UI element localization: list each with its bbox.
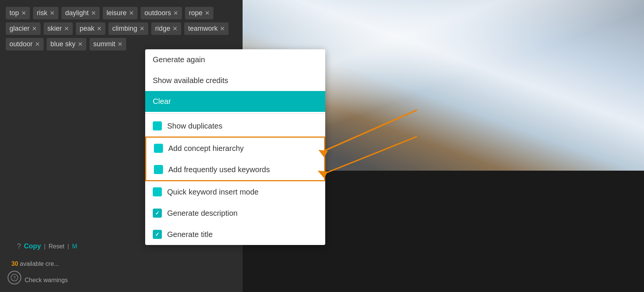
tag-teamwork-remove[interactable]: ✕ <box>220 25 225 32</box>
menu-item-generate-description[interactable]: Generate description <box>145 203 325 224</box>
tag-top-remove[interactable]: ✕ <box>21 9 26 17</box>
credits-line: 30 available cre... <box>11 261 59 267</box>
menu-item-show-credits[interactable]: Show available credits <box>145 70 325 91</box>
tag-peak-remove[interactable]: ✕ <box>97 25 102 32</box>
tag-blue-sky-label: blue sky <box>50 40 75 48</box>
tag-peak[interactable]: peak ✕ <box>76 22 105 35</box>
menu-item-clear[interactable]: Clear <box>145 91 325 112</box>
menu-divider-1 <box>145 113 325 114</box>
tags-container: top ✕ risk ✕ daylight ✕ leisure ✕ outdoo… <box>6 4 237 53</box>
tag-glacier-remove[interactable]: ✕ <box>32 25 37 32</box>
svg-marker-4 <box>356 0 644 171</box>
menu-item-add-frequently-used-label: Add frequently used keywords <box>168 165 270 174</box>
tag-daylight-remove[interactable]: ✕ <box>91 9 96 17</box>
tag-risk-remove[interactable]: ✕ <box>50 9 55 17</box>
menu-item-add-concept-hierarchy-label: Add concept hierarchy <box>168 144 244 153</box>
tag-climbing-label: climbing <box>112 25 137 33</box>
menu-item-clear-label: Clear <box>153 97 171 106</box>
separator-1: | <box>44 243 45 250</box>
tag-risk-label: risk <box>37 9 47 17</box>
tag-climbing[interactable]: climbing ✕ <box>108 22 148 35</box>
tag-outdoor-remove[interactable]: ✕ <box>35 41 40 48</box>
tag-leisure[interactable]: leisure ✕ <box>103 7 138 19</box>
tag-top-label: top <box>9 9 19 17</box>
tag-teamwork[interactable]: teamwork ✕ <box>184 22 229 35</box>
quick-insert-checkbox[interactable] <box>153 187 162 196</box>
tag-teamwork-label: teamwork <box>188 25 218 33</box>
reset-button[interactable]: Reset <box>49 243 64 250</box>
add-concept-hierarchy-checkbox[interactable] <box>154 144 163 153</box>
tag-outdoor[interactable]: outdoor ✕ <box>6 38 44 50</box>
credits-text: available cre... <box>20 261 59 267</box>
menu-item-show-duplicates-label: Show duplicates <box>167 122 223 130</box>
tag-leisure-remove[interactable]: ✕ <box>129 9 134 17</box>
menu-item-show-duplicates[interactable]: Show duplicates <box>145 115 325 137</box>
tag-outdoors-remove[interactable]: ✕ <box>173 9 178 17</box>
tag-blue-sky[interactable]: blue sky ✕ <box>47 38 86 50</box>
tag-skier-remove[interactable]: ✕ <box>64 25 69 32</box>
tag-summit-remove[interactable]: ✕ <box>118 41 122 48</box>
tag-outdoors[interactable]: outdoors ✕ <box>141 7 182 19</box>
menu-item-add-concept-hierarchy[interactable]: Add concept hierarchy <box>146 138 324 159</box>
separator-2: | <box>67 243 69 250</box>
chat-icon[interactable]: ? <box>8 271 21 284</box>
highlighted-options-box: Add concept hierarchy Add frequently use… <box>145 137 325 181</box>
tag-top[interactable]: top ✕ <box>6 7 30 19</box>
tag-summit-label: summit <box>93 40 115 48</box>
tag-skier-label: skier <box>47 25 62 33</box>
menu-item-add-frequently-used[interactable]: Add frequently used keywords <box>146 159 324 180</box>
generate-description-checkbox[interactable] <box>153 209 162 218</box>
tag-rope-remove[interactable]: ✕ <box>205 9 210 17</box>
tag-skier[interactable]: skier ✕ <box>44 22 73 35</box>
show-duplicates-checkbox[interactable] <box>153 121 162 130</box>
menu-item-generate-again[interactable]: Generate again <box>145 49 325 70</box>
tag-blue-sky-remove[interactable]: ✕ <box>78 41 83 48</box>
tag-ridge[interactable]: ridge ✕ <box>151 22 181 35</box>
question-icon: ? <box>17 242 21 250</box>
menu-item-quick-insert[interactable]: Quick keyword insert mode <box>145 181 325 203</box>
menu-item-generate-again-label: Generate again <box>153 55 205 64</box>
add-frequently-used-checkbox[interactable] <box>154 165 163 174</box>
tag-outdoor-label: outdoor <box>9 40 33 48</box>
menu-item-quick-insert-label: Quick keyword insert mode <box>167 188 259 196</box>
menu-item-generate-title-label: Generate title <box>167 230 213 239</box>
tag-outdoors-label: outdoors <box>144 9 171 17</box>
credits-number: 30 <box>11 261 18 267</box>
menu-item-show-credits-label: Show available credits <box>153 76 228 85</box>
tag-rope-label: rope <box>189 9 202 17</box>
tag-daylight-label: daylight <box>65 9 89 17</box>
menu-item-generate-title[interactable]: Generate title <box>145 224 325 245</box>
dropdown-menu: Generate again Show available credits Cl… <box>145 49 325 245</box>
tag-glacier[interactable]: glacier ✕ <box>6 22 41 35</box>
tag-ridge-remove[interactable]: ✕ <box>172 25 177 32</box>
generate-title-checkbox[interactable] <box>153 230 162 239</box>
tag-summit[interactable]: summit ✕ <box>89 38 126 50</box>
tag-glacier-label: glacier <box>9 25 30 33</box>
tag-risk[interactable]: risk ✕ <box>33 7 58 19</box>
menu-item-generate-description-label: Generate description <box>167 209 238 218</box>
svg-line-7 <box>394 19 489 171</box>
tag-leisure-label: leisure <box>107 9 127 17</box>
svg-line-6 <box>470 0 584 171</box>
tag-rope[interactable]: rope ✕ <box>185 7 213 19</box>
tag-daylight[interactable]: daylight ✕ <box>61 7 100 19</box>
check-warnings[interactable]: Check warnings <box>25 277 68 284</box>
tag-ridge-label: ridge <box>155 25 170 33</box>
svg-text:?: ? <box>13 275 16 281</box>
tag-climbing-remove[interactable]: ✕ <box>139 25 144 32</box>
copy-button[interactable]: Copy <box>24 242 41 250</box>
tag-peak-label: peak <box>80 25 94 33</box>
svg-line-5 <box>432 0 508 171</box>
m-button[interactable]: M <box>72 243 77 250</box>
